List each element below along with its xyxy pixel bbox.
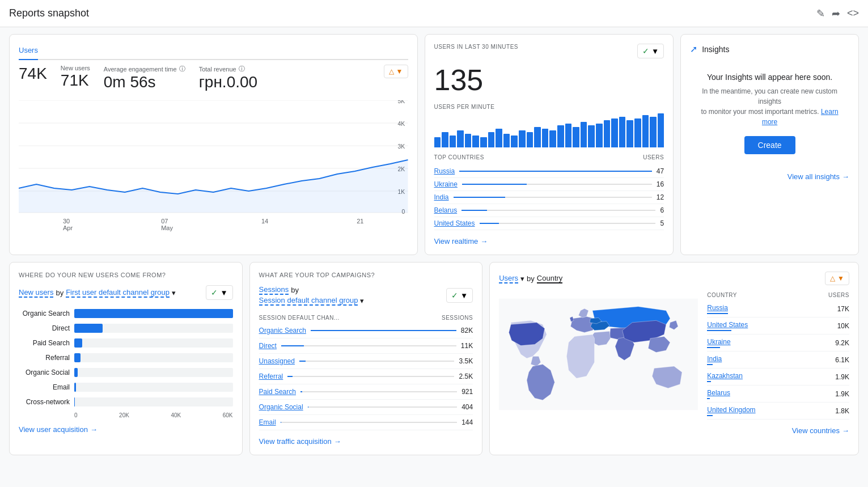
campaigns-group-selector[interactable]: Session default channel group (259, 296, 358, 306)
metrics-row: 74K New users 71K Average engagement tim… (19, 65, 408, 91)
session-bar-paid-wrap (300, 391, 457, 392)
geo-bar-ukraine (707, 347, 719, 348)
revenue-info-icon[interactable]: ⓘ (239, 65, 245, 73)
view-countries-link[interactable]: View countries → (707, 426, 849, 435)
us-bar (480, 223, 499, 224)
acquisition-metric-selector[interactable]: New users (19, 288, 53, 298)
session-referral: Referral 2.5K (259, 369, 473, 384)
session-name-organic-social[interactable]: Organic Social (259, 403, 303, 411)
metric-tabs: Users (19, 44, 408, 60)
insights-learn-more-link[interactable]: Learn more (762, 108, 839, 126)
hbar-track-email (74, 383, 233, 392)
session-name-referral[interactable]: Referral (259, 372, 283, 380)
country-row-india: India 12 (434, 191, 664, 204)
realtime-check-button[interactable]: ✓ ▼ (637, 44, 664, 58)
svg-text:3K: 3K (398, 143, 405, 150)
campaigns-by-label: by (291, 286, 299, 294)
geo-country-russia[interactable]: Russia (707, 304, 728, 312)
geo-row-uk: United Kingdom 1.8K (707, 403, 849, 420)
view-realtime-link[interactable]: View realtime → (434, 237, 664, 245)
geo-country-col-label: COUNTRY (707, 292, 737, 298)
check-icon: ✓ (642, 46, 649, 56)
country-us[interactable]: United States (434, 219, 475, 227)
geo-india-cell: India (707, 354, 722, 365)
ukraine-bar (462, 184, 527, 185)
metric-revenue: Total revenue ⓘ грн.0.00 (199, 65, 258, 91)
geo-country-india[interactable]: India (707, 355, 722, 363)
campaigns-selector[interactable]: Sessions by Session default channel grou… (259, 285, 365, 306)
bar-12 (519, 130, 526, 147)
by-label: by (56, 289, 63, 297)
session-count-unassigned: 3.5K (459, 357, 473, 365)
axis-40k: 40K (171, 412, 181, 418)
geo-selector[interactable]: Users ▾ by Country (499, 274, 562, 283)
acquisition-selector[interactable]: New users by First user default channel … (19, 288, 176, 298)
tab-users[interactable]: Users (19, 44, 38, 60)
view-campaigns-link[interactable]: View traffic acquisition → (259, 437, 473, 446)
session-count-organic-social: 404 (461, 403, 473, 411)
code-icon[interactable]: <> (847, 7, 859, 20)
geo-ukraine-cell: Ukraine (707, 337, 730, 348)
session-name-unassigned[interactable]: Unassigned (259, 357, 295, 365)
campaigns-metric-selector[interactable]: Sessions (259, 285, 289, 295)
session-name-organic[interactable]: Organic Search (259, 327, 306, 334)
country-belarus[interactable]: Belarus (434, 206, 458, 214)
acquisition-bar-chart: Organic Search Direct Paid Search Referr… (19, 309, 233, 418)
new-users-label: New users (61, 65, 90, 71)
country-russia[interactable]: Russia (434, 167, 455, 175)
x-label-2: 07May (161, 218, 173, 231)
session-name-email[interactable]: Email (259, 418, 276, 426)
view-acquisition-link[interactable]: View user acquisition → (19, 425, 233, 434)
session-bar-unassigned (299, 361, 306, 362)
country-ukraine[interactable]: Ukraine (434, 180, 458, 188)
geo-count-us: 10K (837, 322, 849, 330)
hbar-referral: Referral (19, 353, 233, 362)
hbar-track-direct (74, 324, 233, 333)
realtime-dropdown-arrow: ▼ (651, 47, 659, 56)
bar-13 (527, 132, 533, 147)
hbar-cross-network: Cross-network (19, 397, 233, 406)
warning-icon: △ (389, 67, 394, 75)
geo-warning-button[interactable]: △ ▼ (825, 272, 849, 285)
view-all-arrow: → (842, 172, 849, 181)
campaigns-check-button[interactable]: ✓ ▼ (446, 288, 473, 303)
us-bar-wrap (480, 223, 656, 224)
session-name-paid[interactable]: Paid Search (259, 388, 296, 396)
geo-row-belarus: Belarus 1.9K (707, 386, 849, 403)
geo-country-us[interactable]: United States (707, 321, 748, 329)
insights-create-button[interactable]: Create (744, 136, 795, 154)
geo-country-uk[interactable]: United Kingdom (707, 406, 755, 414)
acquisition-section-title: WHERE DO YOUR NEW USERS COME FROM? (19, 272, 233, 278)
warning-button[interactable]: △ ▼ (384, 65, 408, 78)
geo-dimension-selector[interactable]: Country (537, 274, 563, 283)
acquisition-dropdown-arrow[interactable]: ▾ (172, 289, 176, 297)
campaigns-dropdown-arrow[interactable]: ▾ (360, 297, 364, 305)
session-name-direct[interactable]: Direct (259, 342, 277, 350)
hbar-track-organic-social (74, 368, 233, 377)
realtime-count: 135 (434, 63, 664, 97)
view-acquisition-arrow: → (90, 425, 98, 434)
edit-icon[interactable]: ✎ (816, 7, 825, 20)
view-all-insights-link[interactable]: View all insights → (690, 172, 849, 181)
geo-bar-india (707, 364, 712, 365)
avg-info-icon[interactable]: ⓘ (179, 65, 185, 73)
belarus-bar (461, 210, 486, 211)
geo-dropdown-arrow[interactable]: ▾ (520, 274, 524, 283)
geo-country-belarus[interactable]: Belarus (707, 389, 730, 397)
country-india[interactable]: India (434, 193, 449, 201)
bar-19 (573, 127, 579, 147)
hbar-track-referral (74, 353, 233, 362)
bar-5 (465, 134, 472, 147)
bar-9 (496, 129, 502, 147)
share-icon[interactable]: ➦ (832, 7, 840, 20)
geo-row-russia: Russia 17K (707, 300, 849, 317)
page-title: Reports snapshot (9, 7, 89, 19)
acquisition-group-selector[interactable]: First user default channel group (66, 288, 170, 298)
geo-metric-selector[interactable]: Users (499, 274, 518, 283)
acquisition-check-button[interactable]: ✓ ▼ (206, 285, 232, 300)
metric-new-users: New users 71K (61, 65, 90, 90)
hbar-fill-referral (74, 353, 81, 362)
revenue-value: грн.0.00 (199, 73, 258, 91)
geo-country-kazakhstan[interactable]: Kazakhstan (707, 372, 743, 380)
geo-country-ukraine[interactable]: Ukraine (707, 338, 730, 346)
